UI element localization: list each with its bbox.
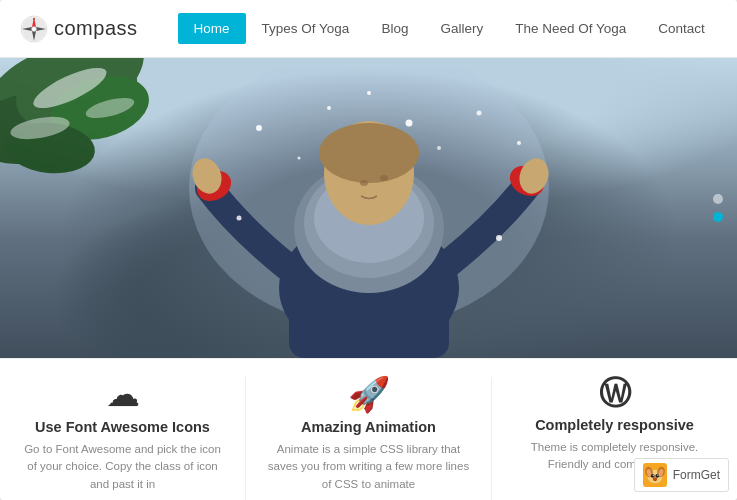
svg-point-29	[476, 111, 481, 116]
svg-point-34	[437, 146, 441, 150]
nav-blog[interactable]: Blog	[365, 13, 424, 44]
feature-font-awesome: ☁ Use Font Awesome Icons Go to Font Awes…	[0, 377, 246, 500]
hero-banner	[0, 58, 737, 358]
nav-home[interactable]: Home	[178, 13, 246, 44]
feature-desc-2: Animate is a simple CSS library that sav…	[266, 441, 471, 493]
svg-point-27	[327, 106, 331, 110]
child-figure	[179, 68, 559, 358]
nav-links: Home Types Of Yoga Blog Gallery The Need…	[178, 13, 721, 44]
feature-animation: 🚀 Amazing Animation Animate is a simple …	[246, 377, 492, 500]
cloud-icon: ☁	[106, 377, 140, 411]
svg-point-2	[32, 26, 37, 31]
feature-desc-1: Go to Font Awesome and pick the icon of …	[20, 441, 225, 493]
logo-text: compass	[54, 17, 138, 40]
svg-point-31	[236, 216, 241, 221]
svg-point-20	[360, 180, 368, 186]
feature-title-1: Use Font Awesome Icons	[35, 419, 210, 435]
feature-title-3: Completely responsive	[535, 417, 694, 433]
nav-gallery[interactable]: Gallery	[424, 13, 499, 44]
svg-point-19	[319, 123, 419, 183]
hero-pagination	[713, 194, 723, 222]
svg-point-43	[655, 474, 659, 478]
nav-need-of-yoga[interactable]: The Need Of Yoga	[499, 13, 642, 44]
formget-badge: FormGet	[634, 458, 729, 492]
svg-point-26	[256, 125, 262, 131]
hero-image	[0, 58, 737, 358]
svg-point-33	[367, 91, 371, 95]
nav-contact[interactable]: Contact	[642, 13, 721, 44]
wordpress-icon: Ⓦ	[599, 377, 631, 409]
svg-point-28	[405, 120, 412, 127]
svg-point-44	[652, 475, 653, 476]
svg-point-30	[517, 141, 521, 145]
rocket-icon: 🚀	[348, 377, 390, 411]
features-section: ☁ Use Font Awesome Icons Go to Font Awes…	[0, 358, 737, 500]
svg-point-45	[657, 475, 658, 476]
nav-types-of-yoga[interactable]: Types Of Yoga	[246, 13, 366, 44]
svg-point-21	[380, 175, 388, 181]
formget-label: FormGet	[673, 468, 720, 482]
compass-icon	[20, 15, 48, 43]
formget-icon	[643, 463, 667, 487]
svg-point-35	[297, 157, 300, 160]
pagination-dot-2[interactable]	[713, 212, 723, 222]
svg-point-32	[496, 235, 502, 241]
svg-point-3	[33, 18, 35, 20]
svg-point-42	[651, 474, 655, 478]
feature-title-2: Amazing Animation	[301, 419, 436, 435]
pagination-dot-1[interactable]	[713, 194, 723, 204]
navigation: compass Home Types Of Yoga Blog Gallery …	[0, 0, 737, 58]
logo[interactable]: compass	[20, 15, 138, 43]
